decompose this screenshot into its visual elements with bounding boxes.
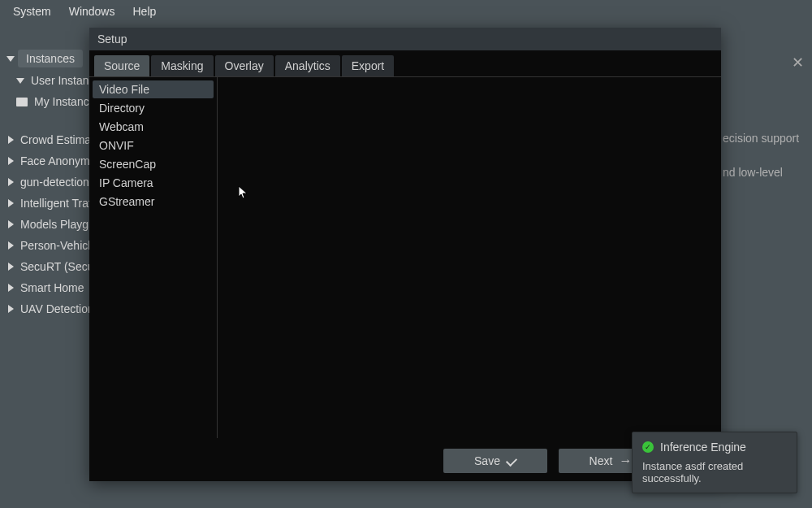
- setup-modal: Setup Source Masking Overlay Analytics E…: [89, 28, 721, 481]
- menu-help[interactable]: Help: [124, 2, 164, 21]
- source-directory[interactable]: Directory: [93, 99, 214, 117]
- check-icon: [506, 455, 517, 467]
- next-button-label: Next: [590, 454, 613, 467]
- play-icon: [8, 220, 14, 228]
- source-gstreamer[interactable]: GStreamer: [93, 193, 214, 211]
- arrow-right-icon: →: [619, 454, 632, 468]
- play-icon: [8, 284, 14, 292]
- source-ip-camera[interactable]: IP Camera: [93, 174, 214, 192]
- modal-titlebar: Setup: [89, 28, 721, 50]
- folder-icon: [16, 98, 28, 106]
- play-icon: [8, 157, 14, 165]
- modal-body: Video File Directory Webcam ONVIF Screen…: [89, 77, 721, 438]
- sidebar-item-label: Person-Vehicle: [20, 239, 97, 252]
- sidebar-item-label: gun-detection: [20, 176, 89, 189]
- tab-overlay[interactable]: Overlay: [215, 55, 274, 76]
- source-screencap[interactable]: ScreenCap: [93, 155, 214, 173]
- tab-analytics[interactable]: Analytics: [275, 55, 340, 76]
- source-onvif[interactable]: ONVIF: [93, 137, 214, 154]
- save-button-label: Save: [474, 454, 500, 467]
- toast-header: ✓ Inference Engine: [642, 441, 787, 454]
- instances-tab[interactable]: Instances: [18, 50, 83, 67]
- modal-title: Setup: [97, 33, 127, 46]
- menu-system[interactable]: System: [5, 2, 59, 21]
- tab-export[interactable]: Export: [342, 55, 394, 76]
- play-icon: [8, 136, 14, 144]
- play-icon: [8, 263, 14, 271]
- modal-tabs: Source Masking Overlay Analytics Export: [89, 50, 721, 77]
- success-icon: ✓: [642, 441, 654, 453]
- save-button[interactable]: Save: [443, 449, 547, 473]
- toast-message: Instance asdf created successfully.: [642, 460, 787, 484]
- play-icon: [8, 305, 14, 313]
- chevron-down-icon[interactable]: [6, 56, 15, 62]
- chevron-down-icon: [16, 78, 24, 84]
- sidebar-item-label: UAV Detection: [20, 302, 94, 315]
- source-video-file[interactable]: Video File: [93, 80, 214, 98]
- play-icon: [8, 178, 14, 186]
- close-icon[interactable]: ✕: [792, 54, 804, 72]
- play-icon: [8, 241, 14, 250]
- menubar: System Windows Help: [0, 0, 812, 23]
- menu-windows[interactable]: Windows: [61, 2, 123, 21]
- bg-description-fragment: ecision support nd low-level: [723, 130, 804, 181]
- sidebar-item-label: Smart Home: [20, 281, 84, 294]
- play-icon: [8, 199, 14, 207]
- source-list: Video File Directory Webcam ONVIF Screen…: [89, 77, 218, 438]
- source-webcam[interactable]: Webcam: [93, 118, 214, 136]
- tab-source[interactable]: Source: [94, 55, 149, 76]
- tab-masking[interactable]: Masking: [151, 55, 213, 76]
- toast-notification: ✓ Inference Engine Instance asdf created…: [632, 432, 797, 493]
- modal-content-area: [218, 77, 721, 438]
- toast-title: Inference Engine: [660, 441, 746, 454]
